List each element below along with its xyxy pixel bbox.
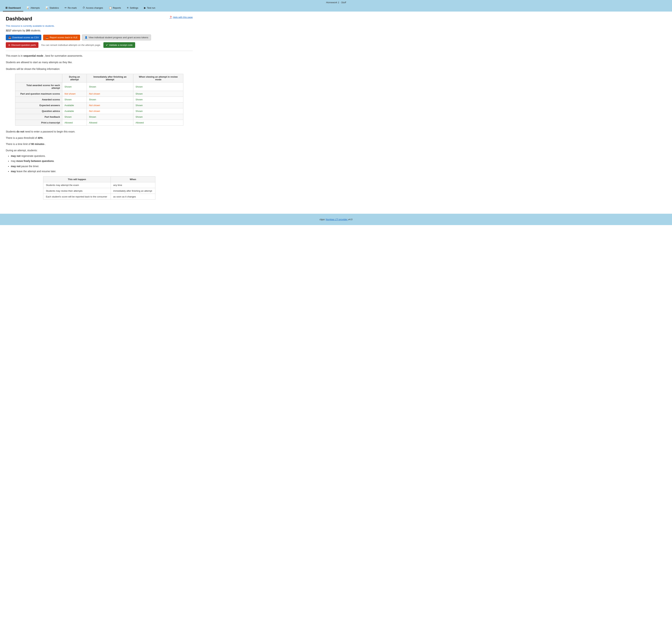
schedule-header-0: This will happen: [43, 176, 111, 182]
info-table: During an attempt Immediately after fini…: [15, 74, 183, 126]
row-during: Not shown: [62, 91, 87, 97]
schedule-event: Each student's score will be reported ba…: [43, 194, 111, 199]
conditions-list: may not regenerate questions.may move fr…: [11, 154, 193, 174]
schedule-event: Students may review their attempts: [43, 188, 111, 194]
row-label: Print a transcript: [15, 120, 62, 126]
navigation: ⊞ Dashboard 📊 Attempts 📊 Statistics ✏ Re…: [0, 4, 672, 12]
nav-reports[interactable]: 📋 Reports: [106, 4, 124, 12]
students-count: 285: [26, 29, 30, 32]
stats-end: students.: [31, 29, 41, 32]
nav-access-changes[interactable]: ⏱ Access changes: [80, 4, 106, 12]
nav-dashboard-label: Dashboard: [8, 6, 21, 9]
table-row: Students may review their attemptsimmedi…: [43, 188, 155, 194]
availability-status: This resource is currently available to …: [6, 25, 193, 27]
help-link[interactable]: ❓ Help with this page: [169, 16, 193, 19]
help-icon: ❓: [169, 16, 172, 19]
remark-icon: ✏: [65, 6, 67, 9]
row-label: Total awarded scores for each attempt: [15, 83, 62, 91]
info-table-header-3: When viewing an attempt in review mode: [133, 74, 183, 83]
nav-attempts[interactable]: 📊 Attempts: [24, 4, 42, 12]
pass-suffix: .: [44, 136, 44, 139]
nav-access-changes-label: Access changes: [86, 6, 103, 9]
pass-threshold: There is a pass threshold of 40% .: [6, 135, 193, 140]
view-progress-label: View individual student progress and gra…: [89, 36, 148, 39]
attempts-info: Students are allowed to start as many at…: [6, 60, 193, 64]
row-review: Shown: [133, 91, 183, 97]
sequential-suffix: , best for summative assessments.: [44, 54, 83, 57]
stats-text: 3217 attempts by 285 students.: [6, 29, 193, 32]
during-text: During an attempt, students:: [6, 148, 193, 153]
table-row: Students may attempt the examany time: [43, 182, 155, 188]
dashboard-icon: ⊞: [5, 6, 7, 9]
password-suffix: need to enter a password to begin this e…: [25, 130, 75, 133]
schedule-when: immediately after finishing an attempt: [111, 188, 155, 194]
numbas-link[interactable]: Numbas LTI provider: [326, 218, 348, 221]
subtitle-suffix: Stuff: [341, 1, 346, 4]
shown-info: Students will be shown the following inf…: [6, 67, 193, 71]
password-prefix: Students: [6, 130, 16, 133]
download-icon: 📥: [8, 36, 11, 39]
row-during: Available: [62, 108, 87, 114]
nav-settings[interactable]: ✳ Settings: [124, 4, 141, 12]
info-table-header-2: Immediately after finishing an attempt: [87, 74, 133, 83]
validate-label: Validate a receipt code: [109, 44, 133, 46]
nav-remark[interactable]: ✏ Re-mark: [62, 4, 79, 12]
numbas-link-label: Numbas LTI provider: [326, 218, 348, 221]
subtitle-prefix: Homework 1: [326, 1, 339, 4]
nav-test-run[interactable]: ▶ Test run: [141, 4, 158, 12]
remark-row: ⊖ Discount question parts You can remark…: [6, 42, 193, 48]
bottom-section: Students do not need to enter a password…: [6, 129, 193, 174]
row-label: Awarded scores: [15, 97, 62, 103]
row-review: Shown: [133, 108, 183, 114]
sequential-mode-info: This exam is in sequential mode , best f…: [6, 54, 193, 58]
discount-label: Discount question parts: [12, 44, 36, 46]
page-header: Dashboard ❓ Help with this page: [6, 16, 193, 22]
row-during: Shown: [62, 83, 87, 91]
checkmark-icon: ✔: [106, 44, 108, 46]
row-during: Shown: [62, 114, 87, 120]
nav-test-run-label: Test run: [147, 6, 155, 9]
test-run-icon: ▶: [144, 6, 146, 9]
row-review: Shown: [133, 114, 183, 120]
help-link-label: Help with this page: [173, 16, 193, 19]
nav-attempts-label: Attempts: [30, 6, 40, 9]
schedule-header-1: When: [111, 176, 155, 182]
attempts-count: 3217: [6, 29, 12, 32]
table-row: Print a transcriptAllowedAllowedAllowed: [15, 120, 183, 126]
discount-button[interactable]: ⊖ Discount question parts: [6, 42, 39, 48]
discount-icon: ⊖: [8, 44, 10, 46]
row-after: Not shown: [87, 108, 133, 114]
row-during: Shown: [62, 97, 87, 103]
pass-bold: 40%: [38, 136, 43, 139]
report-vle-button[interactable]: 📤 Report scores back to VLE: [43, 35, 80, 40]
download-csv-label: Download scores as CSV: [12, 36, 39, 39]
schedule-when: any time: [111, 182, 155, 188]
nav-remark-label: Re-mark: [68, 6, 77, 9]
sequential-prefix: This exam is in: [6, 54, 23, 57]
row-review: Shown: [133, 103, 183, 108]
reports-icon: 📋: [109, 6, 112, 9]
access-changes-icon: ⏱: [83, 6, 85, 9]
row-review: Allowed: [133, 120, 183, 126]
footer: clppc Numbas LTI provider v4.0: [0, 214, 672, 225]
subtitle: Homework 1 · Stuff: [0, 0, 672, 4]
table-row: Part and question maximum scoresNot show…: [15, 91, 183, 97]
list-item: may not pause the timer.: [11, 164, 193, 169]
stats-mid: attempts by: [12, 29, 25, 32]
schedule-event: Students may attempt the exam: [43, 182, 111, 188]
validate-button[interactable]: ✔ Validate a receipt code: [104, 42, 135, 48]
row-after: Shown: [87, 83, 133, 91]
footer-version: v4.0: [348, 218, 353, 221]
pass-prefix: There is a pass threshold of: [6, 136, 37, 139]
list-item: may leave the attempt and resume later.: [11, 169, 193, 174]
statistics-icon: 📊: [45, 6, 48, 9]
row-after: Allowed: [87, 120, 133, 126]
attempts-icon: 📊: [26, 6, 29, 9]
download-csv-button[interactable]: 📥 Download scores as CSV: [6, 35, 41, 40]
nav-dashboard[interactable]: ⊞ Dashboard: [3, 4, 23, 12]
nav-statistics[interactable]: 📊 Statistics: [43, 4, 61, 12]
settings-icon: ✳: [127, 6, 129, 9]
view-progress-button[interactable]: 👤 View individual student progress and g…: [82, 35, 151, 40]
schedule-when: as soon as it changes: [111, 194, 155, 199]
table-row: Each student's score will be reported ba…: [43, 194, 155, 199]
